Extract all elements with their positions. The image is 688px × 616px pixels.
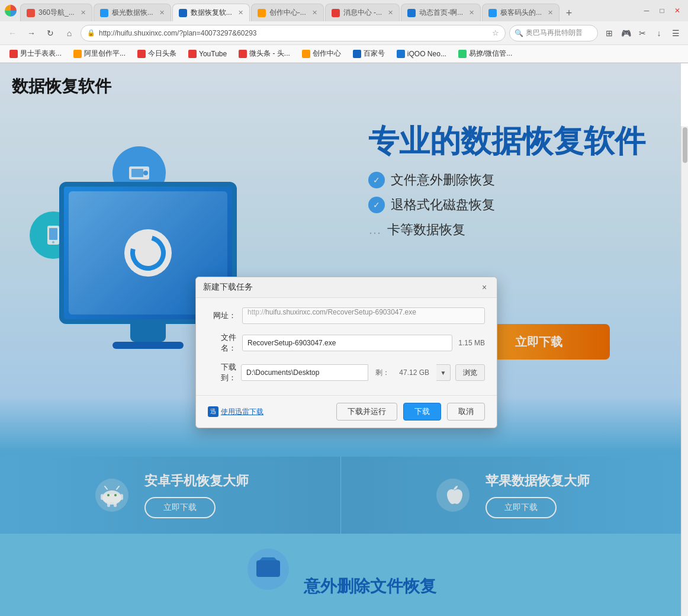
tab-label-1: 360导航_... (38, 8, 75, 18)
tab-close-1[interactable]: ✕ (81, 9, 86, 17)
tab-favicon-4 (258, 9, 266, 17)
bookmark-label-7: 百家号 (364, 49, 385, 59)
bookmark-7[interactable]: 百家号 (348, 47, 390, 60)
dialog-free-space-prefix: 剩： (375, 368, 390, 378)
download-icon[interactable]: ↓ (651, 25, 667, 41)
tab-close-7[interactable]: ✕ (548, 9, 553, 17)
dialog-saveto-label: 下载到： (208, 362, 236, 383)
dialog-title-bar: 新建下载任务 × (196, 277, 497, 298)
browser-tab-5[interactable]: 消息中心 -... ✕ (325, 4, 400, 21)
bookmark-label-4: YouTube (199, 50, 227, 58)
tab-favicon-6 (407, 9, 416, 17)
download-button[interactable]: 下载 (403, 403, 441, 421)
nav-bar: ← → ↻ ⌂ 🔒 http://huifu.shuxinxc.com/?pla… (0, 21, 688, 45)
browser-tab-7[interactable]: 极客码头的... ✕ (482, 4, 560, 21)
dialog-url-input[interactable]: http://huifu.shuxinxc.com/RecoverSetup-6… (242, 307, 485, 324)
tab-favicon-7 (488, 9, 497, 17)
address-bar[interactable]: 🔒 http://huifu.shuxinxc.com/?plan=400732… (81, 25, 506, 41)
bookmark-label-8: iQOO Neo... (407, 50, 446, 58)
browser-tab-6[interactable]: 动态首页-啊... ✕ (401, 4, 481, 21)
tab-close-4[interactable]: ✕ (312, 9, 317, 17)
tab-close-6[interactable]: ✕ (469, 9, 474, 17)
url-main: huifu.shuxinxc.com/RecoverSetup-6903047.… (265, 308, 416, 316)
title-bar: 360导航_... ✕ 极光数据恢... ✕ 数据恢复软... ✕ 创作中心-.… (0, 0, 688, 21)
tab-label-4: 创作中心-... (269, 8, 306, 18)
bookmark-star-icon[interactable]: ☆ (492, 28, 499, 37)
search-placeholder-text: 奥巴马再批特朗普 (526, 28, 583, 38)
cancel-button[interactable]: 取消 (447, 403, 485, 421)
bookmark-favicon-3 (137, 50, 146, 58)
bookmark-5[interactable]: 微头条 - 头... (234, 47, 295, 60)
new-tab-button[interactable]: + (561, 5, 577, 21)
browser-tab-2[interactable]: 极光数据恢... ✕ (94, 4, 171, 21)
bookmark-favicon-8 (397, 50, 405, 58)
dialog-dropdown-button[interactable]: ▼ (436, 364, 451, 381)
tab-bar: 360导航_... ✕ 极光数据恢... ✕ 数据恢复软... ✕ 创作中心-.… (20, 0, 632, 21)
bookmark-favicon-1 (9, 50, 18, 58)
browser-tab-1[interactable]: 360导航_... ✕ (20, 4, 92, 21)
scissors-icon[interactable]: ✂ (635, 25, 650, 41)
lock-icon: 🔒 (87, 29, 95, 37)
search-bar[interactable]: 🔍 奥巴马再批特朗普 (509, 25, 598, 41)
bookmark-3[interactable]: 今日头条 (133, 47, 181, 60)
dialog-free-space: 47.12 GB (399, 368, 429, 377)
bookmark-4[interactable]: YouTube (184, 49, 232, 59)
bookmark-2[interactable]: 阿里创作平... (69, 47, 130, 60)
dialog-filename-input[interactable] (242, 335, 452, 351)
browser-tab-3[interactable]: 数据恢复软... ✕ (172, 4, 250, 21)
tab-label-3: 数据恢复软... (191, 8, 232, 18)
download-dialog: 新建下载任务 × 网址： http://huifu.shuxinxc.com/R… (195, 277, 497, 428)
home-button[interactable]: ⌂ (62, 25, 77, 41)
menu-icon[interactable]: ☰ (668, 25, 683, 41)
content-area: 数据恢复软件 (0, 63, 681, 616)
dialog-title: 新建下载任务 (203, 282, 253, 293)
browser-tab-4[interactable]: 创作中心-... ✕ (251, 4, 324, 21)
xunlei-download-link[interactable]: 迅 使用迅雷下载 (208, 406, 330, 417)
dialog-url-label: 网址： (208, 310, 236, 321)
content-wrapper: 数据恢复软件 (0, 63, 688, 616)
bookmark-8[interactable]: iQOO Neo... (392, 49, 451, 59)
scrollbar[interactable] (681, 126, 688, 616)
bookmark-6[interactable]: 创作中心 (297, 47, 346, 60)
tab-label-2: 极光数据恢... (112, 8, 153, 18)
search-engine-icon: 🔍 (515, 29, 523, 37)
maximize-button[interactable]: □ (656, 5, 668, 17)
dialog-saveto-row: 下载到： 剩： 47.12 GB ▼ 浏览 (208, 362, 485, 383)
tab-label-7: 极客码头的... (500, 8, 542, 18)
minimize-button[interactable]: ─ (641, 5, 652, 17)
dialog-filename-label: 文件名： (208, 332, 236, 354)
tab-close-2[interactable]: ✕ (159, 9, 165, 17)
dialog-saveto-input[interactable] (241, 364, 368, 381)
url-prefix: http:// (247, 308, 265, 316)
tab-label-5: 消息中心 -... (343, 8, 382, 18)
bookmark-1[interactable]: 男士手表表... (5, 47, 66, 60)
browser-chrome: 360导航_... ✕ 极光数据恢... ✕ 数据恢复软... ✕ 创作中心-.… (0, 0, 688, 63)
dialog-footer: 迅 使用迅雷下载 下载并运行 下载 取消 (196, 395, 497, 428)
bookmark-favicon-6 (302, 50, 310, 58)
tab-favicon-1 (27, 9, 35, 17)
grid-icon[interactable]: ⊞ (602, 25, 617, 41)
game-icon[interactable]: 🎮 (618, 25, 634, 41)
bookmark-label-2: 阿里创作平... (84, 49, 126, 59)
dialog-close-button[interactable]: × (479, 282, 490, 293)
refresh-button[interactable]: ↻ (43, 25, 58, 41)
close-button[interactable]: ✕ (671, 5, 683, 17)
bookmark-favicon-2 (73, 50, 82, 58)
dialog-overlay: 新建下载任务 × 网址： http://huifu.shuxinxc.com/R… (0, 63, 681, 616)
xunlei-icon: 迅 (208, 406, 218, 417)
browser-logo-icon (5, 5, 17, 17)
dialog-filename-row: 文件名： 1.15 MB (208, 332, 485, 354)
xunlei-link-text: 使用迅雷下载 (221, 407, 263, 417)
dialog-filesize: 1.15 MB (458, 339, 485, 347)
back-button[interactable]: ← (5, 25, 20, 41)
tab-close-5[interactable]: ✕ (388, 9, 393, 17)
bookmark-favicon-5 (239, 50, 247, 58)
bookmark-9[interactable]: 易撩/微信管... (454, 47, 517, 60)
forward-button[interactable]: → (24, 25, 39, 41)
dialog-browse-button[interactable]: 浏览 (455, 364, 485, 381)
scrollbar-thumb[interactable] (683, 127, 687, 163)
download-run-button[interactable]: 下载并运行 (336, 403, 397, 421)
tab-close-3[interactable]: ✕ (238, 9, 243, 17)
window-controls: ─ □ ✕ (641, 5, 683, 17)
bookmark-label-1: 男士手表表... (20, 49, 62, 59)
